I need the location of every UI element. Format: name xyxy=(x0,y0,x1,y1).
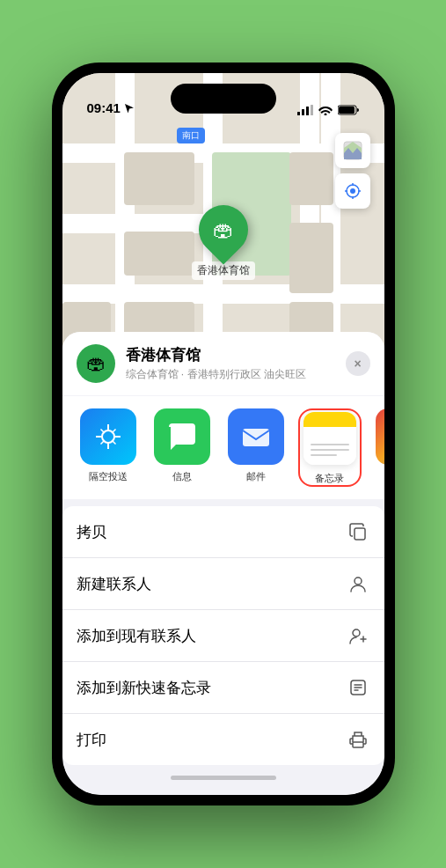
location-subtitle: 综合体育馆 · 香港特别行政区 油尖旺区 xyxy=(126,367,346,382)
share-item-message[interactable]: 信息 xyxy=(150,408,214,487)
home-bar xyxy=(171,776,276,780)
battery-icon xyxy=(338,105,360,115)
phone-frame: 09:41 xyxy=(52,63,395,805)
mail-label: 邮件 xyxy=(246,470,266,483)
map-pin-icon: 🏟 xyxy=(188,195,258,264)
svg-rect-2 xyxy=(306,107,309,115)
svg-rect-5 xyxy=(339,107,355,114)
airdrop-icon xyxy=(80,408,136,465)
svg-rect-1 xyxy=(302,109,304,115)
action-print[interactable]: 打印 xyxy=(62,714,384,765)
action-new-contact[interactable]: 新建联系人 xyxy=(62,558,384,610)
notes-icon xyxy=(303,412,356,465)
status-icons xyxy=(297,105,360,115)
svg-rect-3 xyxy=(311,105,313,115)
location-info: 香港体育馆 综合体育馆 · 香港特别行政区 油尖旺区 xyxy=(126,345,346,382)
wifi-icon xyxy=(318,105,333,115)
location-name: 香港体育馆 xyxy=(126,345,346,365)
add-quicknote-label: 添加到新快速备忘录 xyxy=(77,678,211,698)
action-add-quicknote[interactable]: 添加到新快速备忘录 xyxy=(62,662,384,714)
share-item-more[interactable]: 提 xyxy=(372,408,384,487)
svg-point-18 xyxy=(355,577,362,585)
share-item-mail[interactable]: 邮件 xyxy=(224,408,288,487)
print-label: 打印 xyxy=(77,730,106,750)
svg-point-19 xyxy=(353,629,360,636)
mail-icon xyxy=(228,408,284,465)
location-arrow-icon xyxy=(124,103,135,114)
notes-label: 备忘录 xyxy=(315,472,344,485)
action-add-existing[interactable]: 添加到现有联系人 xyxy=(62,610,384,662)
copy-icon xyxy=(346,519,370,544)
person-icon xyxy=(346,571,370,596)
map-type-button[interactable] xyxy=(335,133,370,168)
dynamic-island xyxy=(171,84,276,114)
svg-rect-17 xyxy=(355,528,365,540)
bottom-sheet: 🏟 香港体育馆 综合体育馆 · 香港特别行政区 油尖旺区 × xyxy=(62,332,384,795)
person-add-icon xyxy=(346,623,370,648)
share-row: 隔空投送 信息 xyxy=(62,396,384,499)
status-time: 09:41 xyxy=(87,100,121,115)
copy-label: 拷贝 xyxy=(77,522,106,542)
add-existing-label: 添加到现有联系人 xyxy=(77,626,196,646)
map-controls xyxy=(335,133,370,214)
new-contact-label: 新建联系人 xyxy=(77,574,151,594)
phone-screen: 09:41 xyxy=(62,73,384,795)
location-card: 🏟 香港体育馆 综合体育馆 · 香港特别行政区 油尖旺区 × xyxy=(62,332,384,395)
svg-rect-27 xyxy=(353,742,363,747)
action-rows: 拷贝 新建联系人 xyxy=(62,506,384,765)
location-venue-icon: 🏟 xyxy=(77,344,115,383)
close-button[interactable]: × xyxy=(346,351,370,376)
svg-point-14 xyxy=(350,188,355,194)
message-label: 信息 xyxy=(172,470,192,483)
signal-icon xyxy=(297,105,313,115)
map-label: 南口 xyxy=(177,128,205,143)
action-copy[interactable]: 拷贝 xyxy=(62,506,384,558)
more-icon xyxy=(376,408,384,465)
home-indicator xyxy=(62,769,384,786)
note-icon xyxy=(346,675,370,700)
location-button[interactable] xyxy=(335,173,370,209)
message-icon xyxy=(154,408,210,465)
share-item-airdrop[interactable]: 隔空投送 xyxy=(77,408,140,487)
printer-icon xyxy=(346,727,370,752)
airdrop-label: 隔空投送 xyxy=(89,470,128,483)
svg-rect-0 xyxy=(297,112,300,115)
map-pin: 🏟 香港体育馆 xyxy=(192,205,255,280)
share-item-notes[interactable]: 备忘录 xyxy=(298,408,362,487)
svg-rect-16 xyxy=(243,429,269,446)
